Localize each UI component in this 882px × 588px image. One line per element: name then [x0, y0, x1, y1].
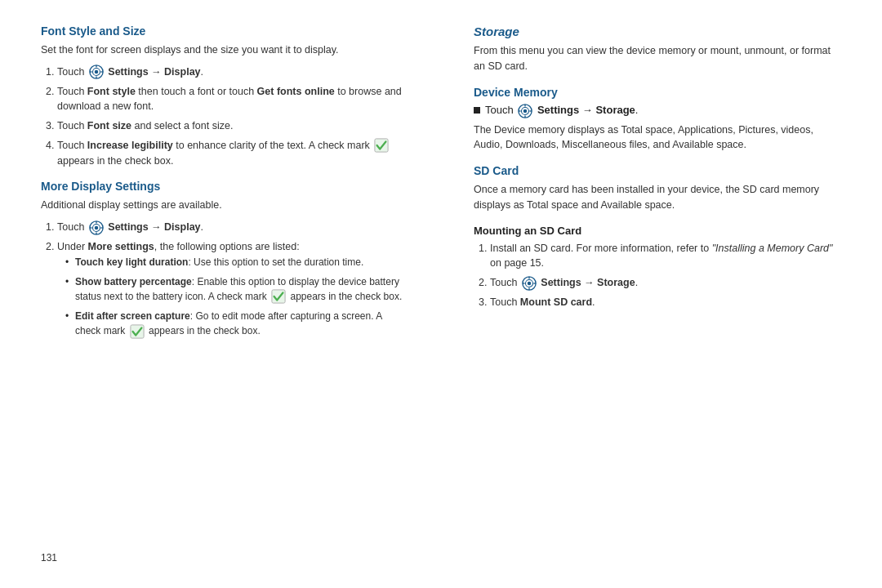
- mounting-title: Mounting an SD Card: [474, 225, 841, 237]
- sd-card-desc: Once a memory card has been installed in…: [474, 182, 841, 213]
- svg-point-2: [95, 70, 99, 74]
- font-size-bold: Font size: [87, 120, 131, 131]
- storage-section: Storage From this menu you can view the …: [474, 24, 841, 74]
- more-display-step-1: Touch Setting: [57, 220, 408, 235]
- more-display-step-2: Under More settings, the following optio…: [57, 239, 408, 339]
- device-memory-desc: The Device memory displays as Total spac…: [474, 122, 841, 154]
- storage-title: Storage: [474, 24, 841, 38]
- font-style-title: Font Style and Size: [41, 24, 408, 38]
- more-display-bullets: Touch key light duration: Use this optio…: [57, 255, 408, 340]
- touch-key-bold: Touch key light duration: [75, 256, 188, 268]
- mounting-step-2: Touch Setting: [490, 275, 841, 291]
- device-memory-bullet-row: Touch Setting: [474, 104, 841, 118]
- device-memory-title: Device Memory: [474, 86, 841, 99]
- bullet-show-battery: Show battery percentage: Enable this opt…: [65, 274, 408, 305]
- svg-point-10: [95, 225, 99, 229]
- font-style-step-2: Touch Font style then touch a font or to…: [57, 84, 408, 115]
- font-style-step-4: Touch Increase legibility to enhance cla…: [57, 138, 408, 169]
- device-memory-bullet-text: Touch Setting: [485, 104, 638, 118]
- edit-capture-bold: Edit after screen capture: [75, 310, 190, 322]
- svg-point-19: [523, 109, 528, 113]
- checkmark-icon-3: [130, 324, 145, 339]
- storage-desc: From this menu you can view the device m…: [474, 43, 841, 74]
- settings-label-2: Settings → Display: [108, 221, 200, 233]
- square-bullet-icon: [474, 107, 480, 114]
- settings-label-1: Settings → Display: [108, 66, 200, 78]
- bullet-touch-key: Touch key light duration: Use this optio…: [65, 255, 408, 270]
- installing-memory-card-ref: "Installing a Memory Card": [712, 243, 833, 254]
- more-display-section: More Display Settings Additional display…: [41, 180, 408, 339]
- settings-icon-3: [518, 104, 532, 118]
- mounting-settings-label: Settings → Storage: [541, 277, 635, 288]
- font-style-step-3: Touch Font size and select a font size.: [57, 118, 408, 134]
- svg-point-26: [528, 281, 532, 285]
- device-memory-section: Device Memory Touch: [474, 86, 841, 154]
- checkmark-icon-1: [374, 138, 389, 153]
- mounting-step-3: Touch Mount SD card.: [490, 295, 841, 310]
- page: Font Style and Size Set the font for scr…: [0, 0, 882, 588]
- font-style-desc: Set the font for screen displays and the…: [41, 42, 408, 58]
- right-column: Storage From this menu you can view the …: [457, 24, 841, 544]
- mounting-step-1: Install an SD card. For more information…: [490, 241, 841, 272]
- settings-icon-1: [89, 65, 104, 79]
- bullet-edit-capture: Edit after screen capture: Go to edit mo…: [65, 309, 408, 339]
- mounting-steps: Install an SD card. For more information…: [474, 241, 841, 310]
- mount-sd-bold: Mount SD card: [520, 296, 592, 308]
- mounting-section: Mounting an SD Card Install an SD card. …: [474, 225, 841, 310]
- page-number: 131: [41, 552, 841, 564]
- device-memory-settings-label: Settings → Storage: [537, 104, 635, 116]
- show-battery-bold: Show battery percentage: [75, 276, 192, 287]
- font-style-steps: Touch Setting: [41, 65, 408, 169]
- content-area: Font Style and Size Set the font for scr…: [41, 24, 841, 544]
- more-settings-bold: More settings: [88, 241, 154, 252]
- font-style-bold-2: Get fonts online: [257, 86, 335, 97]
- more-display-desc: Additional display settings are availabl…: [41, 198, 408, 213]
- checkmark-icon-2: [271, 289, 286, 304]
- settings-icon-4: [522, 276, 537, 291]
- font-style-section: Font Style and Size Set the font for scr…: [41, 24, 408, 168]
- more-display-title: More Display Settings: [41, 180, 408, 193]
- font-style-bold-1: Font style: [87, 86, 136, 97]
- more-display-steps: Touch Setting: [41, 220, 408, 339]
- sd-card-title: SD Card: [474, 164, 841, 177]
- font-style-step-1: Touch Setting: [57, 65, 408, 80]
- increase-legibility-bold: Increase legibility: [87, 140, 173, 151]
- settings-icon-2: [89, 220, 104, 235]
- left-column: Font Style and Size Set the font for scr…: [41, 24, 425, 544]
- sd-card-section: SD Card Once a memory card has been inst…: [474, 164, 841, 213]
